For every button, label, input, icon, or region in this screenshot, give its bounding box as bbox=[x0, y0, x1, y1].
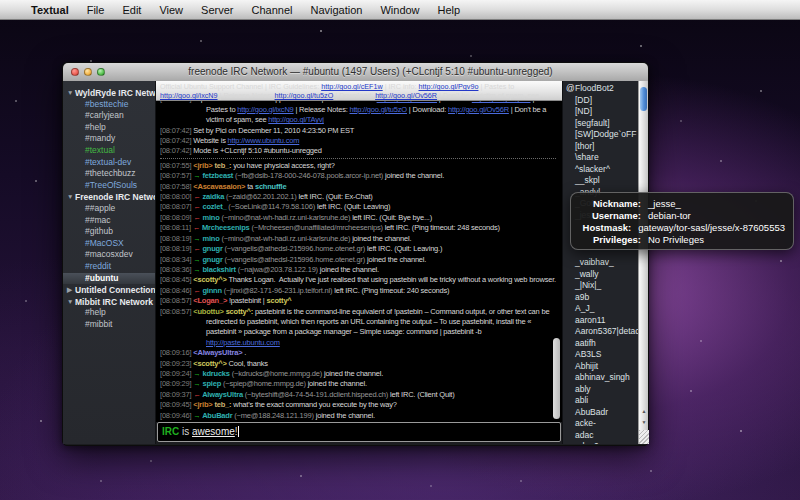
link[interactable]: http://goo.gl/TAyvj bbox=[268, 115, 324, 124]
menu-item-window[interactable]: Window bbox=[371, 4, 428, 16]
user-list-item[interactable]: _wally bbox=[563, 269, 638, 281]
sidebar-item-mac[interactable]: ##mac bbox=[63, 215, 155, 227]
user-list-item[interactable]: [SW]Dodge`oFF bbox=[563, 129, 638, 141]
scroll-down-arrow-icon[interactable]: ▼ bbox=[639, 417, 649, 428]
user-list-item[interactable]: [segfault] bbox=[563, 118, 638, 130]
zoom-button[interactable] bbox=[97, 68, 105, 76]
sidebar-item-mibbit[interactable]: #mibbit bbox=[63, 319, 155, 331]
sidebar-group-freenode-irc-network[interactable]: ▼Freenode IRC Network bbox=[63, 191, 155, 203]
triangle-down-icon[interactable]: ▼ bbox=[67, 296, 75, 308]
text-segment: (~najwa@203.78.122.19) bbox=[236, 265, 320, 274]
menu-item-file[interactable]: File bbox=[78, 4, 114, 16]
user-list-item[interactable]: a9b bbox=[563, 292, 638, 304]
link[interactable]: http://goo.gl/tu5zO bbox=[275, 91, 334, 100]
sidebar-item-help[interactable]: #help bbox=[63, 307, 155, 319]
user-list-item[interactable]: [ND] bbox=[563, 106, 638, 118]
menu-item-edit[interactable]: Edit bbox=[113, 4, 150, 16]
menu-item-view[interactable]: View bbox=[150, 4, 192, 16]
sidebar-item-textual-dev[interactable]: #textual-dev bbox=[63, 157, 155, 169]
user-list-item[interactable]: aatifh bbox=[563, 338, 638, 350]
menu-bar: TextualFileEditViewServerChannelNavigati… bbox=[0, 0, 800, 20]
user-list-item[interactable]: [DD] bbox=[563, 95, 638, 107]
triangle-down-icon[interactable]: ▼ bbox=[67, 87, 75, 99]
text-segment: <ubottu> bbox=[193, 307, 223, 316]
sidebar-item-thetechbuzz[interactable]: #thetechbuzz bbox=[63, 168, 155, 180]
sidebar-item-textual[interactable]: #textual bbox=[63, 145, 155, 157]
user-list-item[interactable]: @FloodBot2 bbox=[563, 83, 638, 95]
chat-line: [08:07:42] Mode is +CLcntjf 5:10 #ubuntu… bbox=[160, 146, 556, 156]
text-segment: what's the exact command you execute by … bbox=[231, 400, 396, 409]
sidebar-group-untitled-connection[interactable]: ▶Untitled Connection bbox=[63, 284, 155, 296]
sidebar-item-TreeOfSouls[interactable]: #TreeOfSouls bbox=[63, 180, 155, 192]
link[interactable]: http://goo.gl/Ov56R bbox=[448, 105, 509, 114]
user-list-item[interactable]: Aaron5367|detach bbox=[563, 326, 638, 338]
chat-line: [08:09:24] → kdrucks (~kdrucks@home.mmpg… bbox=[160, 369, 556, 379]
sidebar-item-MacOSX[interactable]: #MacOSX bbox=[63, 238, 155, 250]
user-nick: Aaron5367|detach bbox=[575, 326, 638, 336]
chat-line: [08:08:57] <Logan_> !pastebinit | scotty… bbox=[160, 296, 556, 306]
userlist-scrollbar-thumb[interactable] bbox=[640, 87, 647, 111]
sidebar-item-besttechie[interactable]: #besttechie bbox=[63, 99, 155, 111]
sidebar-item-apple[interactable]: ##apple bbox=[63, 203, 155, 215]
sidebar-item-help[interactable]: #help bbox=[63, 122, 155, 134]
user-list-item[interactable]: \share bbox=[563, 152, 638, 164]
window-resize-grip[interactable] bbox=[639, 430, 649, 444]
link[interactable]: http://paste.ubuntu.com bbox=[206, 338, 280, 347]
link[interactable]: http://goo.gl/ixcN9 bbox=[237, 105, 293, 114]
link[interactable]: http://goo.gl/tu5zO bbox=[349, 105, 407, 114]
user-list-item[interactable]: acke- bbox=[563, 418, 638, 430]
user-list-item[interactable]: ably bbox=[563, 384, 638, 396]
text-segment: Topic is Official Ubuntu Support Channel… bbox=[193, 101, 376, 103]
close-button[interactable] bbox=[71, 68, 79, 76]
link[interactable]: http://goo.gl/Pgv9o bbox=[419, 82, 479, 91]
sidebar-item-mandy[interactable]: #mandy bbox=[63, 133, 155, 145]
user-list-item[interactable]: aaron11 bbox=[563, 315, 638, 327]
timestamp: [08:08:46] bbox=[160, 286, 193, 295]
menu-item-channel[interactable]: Channel bbox=[242, 4, 301, 16]
sidebar-item-macosxdev[interactable]: #macosxdev bbox=[63, 249, 155, 261]
user-list-item[interactable]: A_J_ bbox=[563, 303, 638, 315]
scroll-up-arrow-icon[interactable]: ▲ bbox=[639, 406, 649, 417]
link[interactable]: http://goo.gl/cEF1w bbox=[321, 82, 383, 91]
user-list-item[interactable]: Abhijit bbox=[563, 361, 638, 373]
user-list-item[interactable]: AbuBadr bbox=[563, 407, 638, 419]
chat-scrollbar-thumb[interactable] bbox=[553, 338, 560, 419]
menu-item-help[interactable]: Help bbox=[429, 4, 470, 16]
user-list-item[interactable]: [thor] bbox=[563, 141, 638, 153]
user-list-item[interactable]: __skpl bbox=[563, 175, 638, 187]
link[interactable]: http://www.ubuntu.com bbox=[228, 136, 300, 145]
user-list-item[interactable]: abhinav_singh bbox=[563, 372, 638, 384]
text-segment: joined the channel. bbox=[352, 234, 411, 243]
text-segment: joined the channel. bbox=[308, 379, 367, 388]
message-input[interactable]: IRC is awesome! bbox=[157, 422, 561, 442]
user-list-item[interactable]: ^slacker^ bbox=[563, 164, 638, 176]
menu-item-server[interactable]: Server bbox=[192, 4, 242, 16]
sidebar-item-ubuntu[interactable]: #ubuntu bbox=[63, 273, 155, 285]
link[interactable]: http://goo.gl/Pgv9o bbox=[472, 101, 531, 103]
sidebar-item-github[interactable]: #github bbox=[63, 226, 155, 238]
text-segment: | Download: bbox=[333, 91, 375, 100]
user-list-item[interactable]: AB3LS bbox=[563, 349, 638, 361]
user-list-item[interactable]: _|Nix|_ bbox=[563, 280, 638, 292]
link[interactable]: http://goo.gl/Ov56R bbox=[375, 91, 437, 100]
minimize-button[interactable] bbox=[84, 68, 92, 76]
link[interactable]: http://goo.gl/ixcN9 bbox=[160, 91, 218, 100]
user-list-item[interactable]: adac bbox=[563, 430, 638, 442]
sidebar-item-carlyjean[interactable]: #carlyjean bbox=[63, 110, 155, 122]
user-list-item[interactable]: _vaibhav_ bbox=[563, 257, 638, 269]
sidebar-group-mibbit-irc-network[interactable]: ▼Mibbit IRC Network bbox=[63, 296, 155, 308]
link[interactable]: http://goo.gl/cEF1w bbox=[377, 101, 437, 103]
menu-item-textual[interactable]: Textual bbox=[22, 4, 78, 16]
userlist-scrollbar[interactable]: ▲ ▼ bbox=[638, 81, 648, 444]
triangle-down-icon[interactable]: ▼ bbox=[67, 191, 75, 203]
menu-item-navigation[interactable]: Navigation bbox=[301, 4, 371, 16]
text-segment: blackshirt bbox=[202, 265, 235, 274]
triangle-right-icon[interactable]: ▶ bbox=[67, 284, 75, 296]
sidebar-item-reddit[interactable]: #reddit bbox=[63, 261, 155, 273]
user-list-item[interactable]: abli bbox=[563, 395, 638, 407]
user-nick: AB3LS bbox=[575, 349, 601, 359]
text-segment: . bbox=[242, 348, 246, 357]
user-list-item[interactable]: adan0s_ bbox=[563, 441, 638, 444]
sidebar-group-wyldryde-irc-network[interactable]: ▼WyldRyde IRC Network bbox=[63, 87, 155, 99]
popover-label: Username: bbox=[579, 210, 641, 222]
